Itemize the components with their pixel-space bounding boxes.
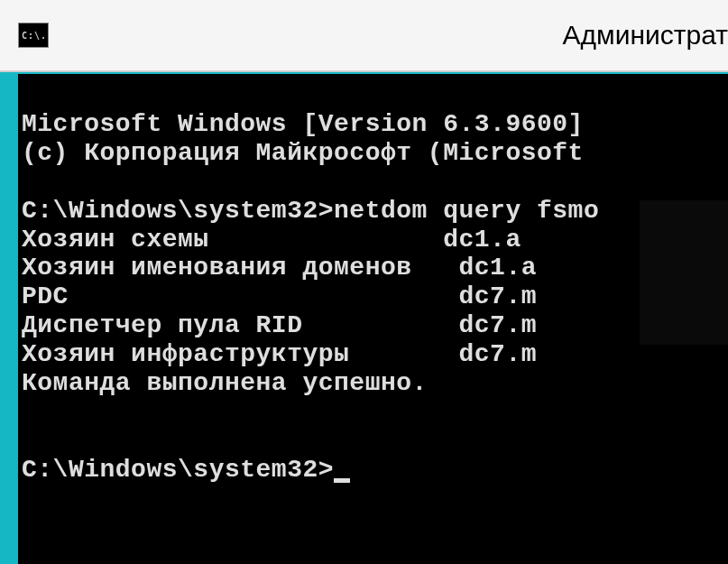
output-line: Хозяин инфраструктуры dc7.m xyxy=(22,340,537,368)
output-line: PDC dc7.m xyxy=(22,282,537,310)
cmd-icon: C:\. xyxy=(18,23,49,48)
output-line: Хозяин схемы dc1.a xyxy=(22,226,521,254)
window-title: Администрат xyxy=(563,20,728,51)
output-line: (c) Корпорация Майкрософт (Microsoft xyxy=(22,139,599,167)
output-line: Microsoft Windows [Version 6.3.9600] xyxy=(22,110,584,138)
terminal-window[interactable]: Microsoft Windows [Version 6.3.9600] (c)… xyxy=(18,74,728,564)
title-bar: C:\. Администрат xyxy=(0,0,728,72)
terminal-output: Microsoft Windows [Version 6.3.9600] (c)… xyxy=(22,81,728,513)
output-line: Диспетчер пула RID dc7.m xyxy=(22,311,537,339)
cursor xyxy=(334,478,350,483)
prompt-text: C:\Windows\system32> xyxy=(22,456,334,484)
prompt-line[interactable]: C:\Windows\system32> xyxy=(22,456,350,484)
overlay-box xyxy=(640,200,728,345)
output-line: Команда выполнена успешно. xyxy=(22,369,428,397)
output-line: Хозяин именования доменов dc1.a xyxy=(22,254,537,282)
output-line: C:\Windows\system32>netdom query fsmo xyxy=(22,197,599,225)
